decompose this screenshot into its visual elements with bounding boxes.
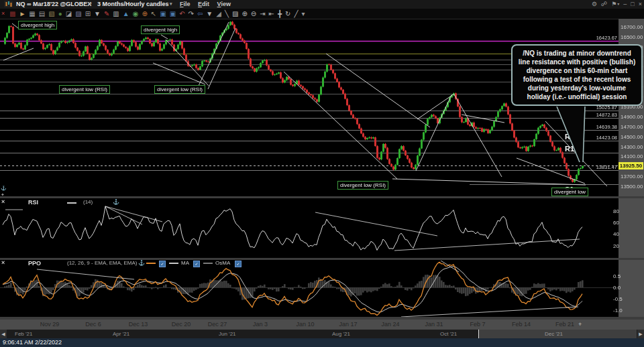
price-tick: 16500.00 [621,34,643,40]
divergent-low-label[interactable]: divergent low [551,188,588,196]
last-price-badge: 13925.50 [619,162,643,169]
timeline-scrollbar[interactable]: ◀ ▶ Feb '21Apr '21Jun '21Aug '21Oct '21D… [0,330,644,338]
divergent-low-rsi-label[interactable]: divergent low (RSI) [154,85,205,94]
timeline-left-arrow[interactable]: ◀ [0,330,7,338]
date-label: Nov 29 [40,321,60,328]
ppo-line-sample [146,263,156,264]
timeline-label: Aug '21 [332,331,350,337]
ppo-tick: -0.5 [613,296,623,302]
level-price-label: 16423.67 [564,35,617,41]
divergent-high-label[interactable]: divergent high [18,21,57,29]
tool-marker-icon[interactable]: ✦ [1,192,5,198]
ppo-ma-checkbox[interactable]: ✓ [193,261,200,267]
date-label: Jan 31 [425,321,443,328]
timeline-label: Oct '21 [440,331,457,337]
date-label: Jan 3 [253,321,268,328]
date-label: Jan 24 [381,321,399,328]
divergent-high-label[interactable]: divergent high [141,25,180,34]
date-axis[interactable]: + Nov 29Dec 6Dec 13Dec 20Dec 27Jan 3Jan … [0,320,644,330]
ppo-osma-line-sample [203,263,213,264]
date-label: Feb 21 [555,321,574,328]
scale-anchor-icon[interactable]: ⚓ [1,186,7,191]
divergent-low-rsi-label[interactable]: divergent low (RSI) [337,181,388,190]
ppo-title[interactable]: PPO [28,260,41,267]
note-callout-tail [551,105,592,166]
timeline-thumb[interactable] [478,330,637,338]
rsi-line-sample [67,202,76,204]
date-label: Feb 7 [470,321,485,328]
date-label: Dec 13 [129,321,148,328]
price-tick: 14900.00 [621,114,643,120]
status-clock: 9:06:41 AM 2/22/2022 [3,339,62,346]
axis-plus-icon[interactable]: + [578,321,582,328]
rsi-tick: 40 [613,231,619,237]
ppo-checkbox[interactable]: ✓ [159,261,166,267]
price-tick: 16700.00 [621,24,643,30]
rsi-anchor-icon[interactable]: ⚓ [113,199,119,205]
date-label: Dec 27 [208,321,227,328]
date-label: Dec 20 [172,321,191,328]
date-label: Jan 10 [296,321,314,328]
ppo-tick: -1.0 [613,307,623,314]
ppo-tick: 0.0 [613,285,621,291]
price-tick: 13500.00 [621,184,643,190]
status-bar: 9:06:41 AM 2/22/2022 [0,338,644,347]
price-tick: 13700.00 [621,174,643,180]
rsi-close-icon[interactable]: × [1,198,7,205]
note-callout[interactable]: /NQ is trading at minor downtrend line r… [511,44,643,106]
date-label: Jan 17 [339,321,357,328]
timeline-label: Apr '21 [113,331,129,337]
ppo-close-icon[interactable]: × [1,259,7,266]
ppo-tick: 0.5 [613,273,621,279]
ppo-params[interactable]: (12, 26, 9 - EMA, EMA, EMA) [67,260,137,266]
price-tick: 14100.00 [621,153,643,159]
price-tick: 14500.00 [621,134,643,140]
rsi-tick: 60 [613,220,619,226]
ppo-ma-line-sample [169,263,178,264]
rsi-title[interactable]: RSI [28,199,38,206]
price-tick: 14700.00 [621,124,643,130]
ppo-ma-label: MA [181,260,189,266]
ppo-osma-checkbox[interactable]: ✓ [235,261,241,267]
date-label: Feb 14 [512,321,531,328]
timeline-right-arrow[interactable]: ▶ [637,330,644,338]
timeline-label: Feb '21 [15,331,32,337]
rsi-tick: 80 [613,208,619,214]
date-label: Dec 6 [85,321,101,328]
rsi-params[interactable]: (14) [83,199,93,205]
ppo-osma-label: OsMA [215,260,230,266]
rsi-tick: 20 [613,243,619,249]
timeline-label: Jun '21 [219,331,236,337]
divergent-low-rsi-label[interactable]: divergent low (RSI) [59,85,110,94]
price-tick: 14300.00 [621,144,643,150]
ppo-anchor-icon[interactable]: ⚓ [138,260,145,266]
chart-window: NQ ∞ Mar18'22 @GLOBEX ▾ 3 Months/Hourly … [0,0,644,347]
